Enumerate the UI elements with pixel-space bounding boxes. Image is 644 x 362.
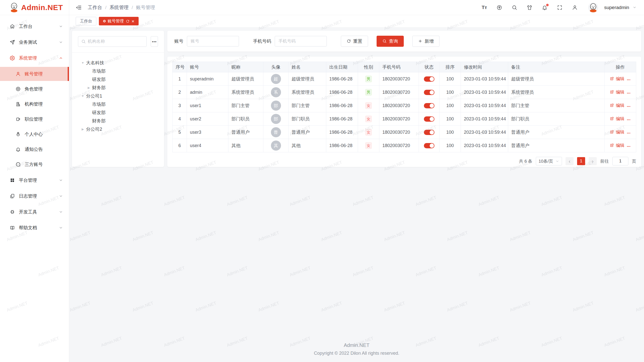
org-search-input[interactable]: [88, 39, 143, 44]
cell-ops: 编辑•••: [605, 139, 636, 152]
row-more-button[interactable]: •••: [627, 118, 631, 121]
edit-icon: [610, 143, 614, 147]
cell-name: 部门职员: [289, 112, 326, 126]
breadcrumb-system-mgmt[interactable]: 系统管理: [109, 4, 129, 11]
sidebar-item-notice[interactable]: 通知公告: [0, 142, 69, 156]
app-logo[interactable]: Admin.NET: [0, 0, 69, 15]
cell-status: [419, 86, 439, 99]
sidebar-item-platform-mgmt[interactable]: 平台管理: [0, 173, 69, 187]
status-toggle[interactable]: [424, 130, 434, 135]
avatar: 超: [271, 74, 281, 84]
page-size-select[interactable]: 10条/页: [536, 157, 562, 165]
profile-icon[interactable]: [572, 5, 578, 10]
notification-icon[interactable]: [542, 5, 547, 10]
tree-node-dept[interactable]: 市场部: [72, 67, 164, 75]
edit-button[interactable]: 编辑: [610, 129, 624, 135]
sidebar-item-third-party-account[interactable]: 三方账号: [0, 157, 69, 171]
edit-button[interactable]: 编辑: [610, 89, 624, 95]
tree-node-dept[interactable]: 研发部: [72, 108, 164, 117]
caret-right-icon[interactable]: ▶: [81, 127, 85, 131]
chevron-up-icon: [59, 56, 63, 60]
user-menu-chevron-icon[interactable]: [633, 6, 636, 9]
cell-birth: 1986-06-28: [326, 126, 358, 139]
phone-input[interactable]: [275, 36, 327, 47]
language-icon[interactable]: [497, 5, 502, 10]
status-toggle[interactable]: [424, 103, 434, 108]
cell-account: user3: [187, 126, 228, 139]
row-more-button[interactable]: •••: [627, 105, 631, 108]
breadcrumb-workbench[interactable]: 工作台: [88, 4, 102, 11]
sidebar-item-account-mgmt[interactable]: 账号管理: [0, 67, 69, 81]
home-icon: [10, 24, 15, 29]
sidebar-item-position-mgmt[interactable]: 职位管理: [0, 112, 69, 126]
edit-button[interactable]: 编辑: [610, 116, 624, 122]
status-toggle[interactable]: [424, 116, 434, 122]
status-toggle[interactable]: [424, 76, 434, 82]
row-more-button[interactable]: •••: [627, 145, 631, 148]
edit-button[interactable]: 编辑: [610, 143, 624, 148]
tree-node-branch2[interactable]: ▶分公司2: [72, 125, 164, 133]
prev-page-button[interactable]: ‹: [566, 157, 574, 165]
goto-page-input[interactable]: [612, 157, 628, 165]
collapse-sidebar-icon[interactable]: [76, 5, 82, 11]
account-input[interactable]: [187, 36, 239, 47]
tree-node-company[interactable]: ▼大名科技: [72, 59, 164, 67]
tree-node-branch1[interactable]: ▼分公司1: [72, 92, 164, 100]
edit-button[interactable]: 编辑: [610, 76, 624, 82]
row-more-button[interactable]: •••: [627, 78, 631, 81]
theme-icon[interactable]: [527, 5, 532, 10]
search-icon[interactable]: [512, 5, 517, 10]
org-more-button[interactable]: •••: [151, 36, 158, 47]
accounts-table-card: 序号 账号 昵称 头像 姓名 出生日期 性别 手机号码 状态 排序 修改时间: [167, 57, 641, 167]
page-1-button[interactable]: 1: [577, 157, 585, 165]
cell-account: user1: [187, 99, 228, 112]
cell-ops: 编辑•••: [605, 86, 636, 99]
cell-account: user2: [187, 112, 228, 126]
content-area: ••• ▼大名科技 市场部 研发部 ▶财务部 ▼分公司1 市场部 研发部 财务部…: [69, 27, 644, 362]
caret-right-icon[interactable]: ▶: [87, 86, 91, 89]
next-page-button[interactable]: ›: [589, 157, 597, 165]
reset-button[interactable]: 重置: [341, 36, 368, 47]
sidebar-item-system-mgmt[interactable]: 系统管理: [0, 51, 69, 65]
tree-node-dept[interactable]: 财务部: [72, 117, 164, 125]
status-toggle[interactable]: [424, 90, 434, 95]
caret-down-icon[interactable]: ▼: [81, 61, 85, 65]
cell-account: superadmin: [187, 72, 228, 86]
tree-node-dept[interactable]: 市场部: [72, 100, 164, 108]
username[interactable]: superadmin: [604, 5, 629, 10]
refresh-tab-icon[interactable]: [126, 19, 130, 23]
status-toggle[interactable]: [424, 143, 434, 148]
tree-node-label: 研发部: [92, 76, 106, 82]
sidebar-item-business-test[interactable]: 业务测试: [0, 35, 69, 49]
cell-index: 5: [173, 126, 187, 139]
sidebar-item-org-mgmt[interactable]: 机构管理: [0, 97, 69, 111]
close-tab-icon[interactable]: ×: [132, 19, 134, 24]
tab-workbench[interactable]: 工作台: [76, 17, 96, 25]
sidebar-item-personal-center[interactable]: 个人中心: [0, 127, 69, 141]
gender-badge: 女: [365, 129, 372, 135]
sidebar-item-role-mgmt[interactable]: 角色管理: [0, 82, 69, 96]
tree-node-dept[interactable]: ▶财务部: [72, 83, 164, 92]
row-more-button[interactable]: •••: [627, 92, 631, 95]
sidebar-item-workbench[interactable]: 工作台: [0, 19, 69, 33]
table-row: 2 admin 系统管理员 系 系统管理员 1986-06-28 男 18020…: [173, 86, 636, 99]
add-button[interactable]: 新增: [412, 36, 439, 47]
tabs-bar: 工作台 账号管理 ×: [69, 15, 644, 27]
sidebar-item-log-mgmt[interactable]: 日志管理: [0, 189, 69, 203]
avatar[interactable]: [588, 3, 598, 13]
fullscreen-icon[interactable]: [557, 5, 562, 10]
row-more-button[interactable]: •••: [627, 131, 631, 134]
org-search-box: [78, 36, 147, 47]
tree-node-dept[interactable]: 研发部: [72, 75, 164, 83]
edit-button[interactable]: 编辑: [610, 103, 624, 108]
breadcrumb: 工作台 / 系统管理 / 账号管理: [88, 4, 155, 11]
sidebar-item-help-docs[interactable]: 帮助文档: [0, 221, 69, 235]
notification-badge: [546, 4, 549, 6]
cell-phone: 18020030720: [379, 126, 419, 139]
sidebar-item-dev-tools[interactable]: 开发工具: [0, 205, 69, 219]
phone-label: 手机号码: [253, 38, 271, 44]
tab-account-mgmt[interactable]: 账号管理 ×: [99, 17, 139, 25]
caret-down-icon[interactable]: ▼: [81, 94, 85, 98]
font-size-icon[interactable]: Tт: [482, 5, 487, 10]
query-button[interactable]: 查询: [377, 36, 404, 47]
